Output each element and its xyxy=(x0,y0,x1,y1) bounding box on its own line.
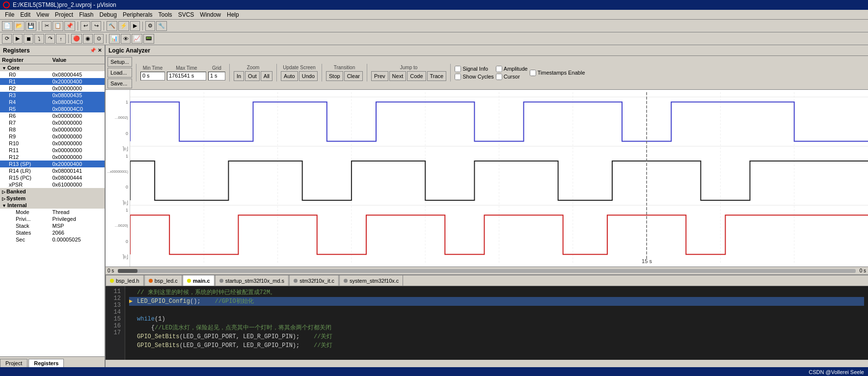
tb-build[interactable]: 🔨 xyxy=(107,21,117,31)
la-clear-btn[interactable]: Clear xyxy=(344,71,363,81)
tb-bp[interactable]: 🔴 xyxy=(71,34,82,44)
tb-watch[interactable]: 👁 xyxy=(121,34,131,44)
internal-section-header[interactable]: ▼Internal xyxy=(0,202,105,209)
menu-item-edit[interactable]: Edit xyxy=(17,11,33,19)
reg-row-xPSR[interactable]: xPSR0x61000000 xyxy=(0,181,105,188)
la-trace-btn[interactable]: Trace xyxy=(427,71,447,81)
sep4 xyxy=(142,22,143,30)
reg-row-R0[interactable]: R00x08000445 xyxy=(0,71,105,78)
menu-item-view[interactable]: View xyxy=(33,11,52,19)
la-undo-btn[interactable]: Undo xyxy=(299,71,318,81)
reg-row-R13--SP-[interactable]: R13 (SP)0x20000400 xyxy=(0,161,105,167)
core-expand-icon[interactable]: ▼ xyxy=(2,66,6,71)
code-tab-startup-stm32f10x-md-s[interactable]: startup_stm32f10x_md.s xyxy=(215,275,289,286)
la-grid-field[interactable]: 1 s xyxy=(208,72,225,81)
la-zoom-in-btn[interactable]: In xyxy=(234,71,244,81)
code-tab-system-stm32f10x-c[interactable]: system_stm32f10x.c xyxy=(339,275,403,286)
tb-memory[interactable]: 📊 xyxy=(109,34,120,44)
tb-run[interactable]: ▶ xyxy=(13,34,23,44)
menu-item-peripherals[interactable]: Peripherals xyxy=(120,11,156,19)
tb-reset[interactable]: ⟳ xyxy=(2,34,12,44)
tb-dbg2[interactable]: ◉ xyxy=(83,34,93,44)
system-section-header[interactable]: ▷System xyxy=(0,195,105,202)
banked-expand-icon[interactable]: ▷ xyxy=(2,189,5,194)
reg-row-R7[interactable]: R70x00000000 xyxy=(0,119,105,126)
show-cycles-checkbox[interactable] xyxy=(455,74,461,80)
tb-new[interactable]: 📄 xyxy=(2,21,13,31)
tb-dbg3[interactable]: ⊙ xyxy=(94,34,104,44)
reg-row-R8[interactable]: R80x00000000 xyxy=(0,126,105,133)
menu-item-tools[interactable]: Tools xyxy=(156,11,175,19)
reg-row-R6[interactable]: R60x00000000 xyxy=(0,112,105,119)
reg-row-R3[interactable]: R30x08000435 xyxy=(0,92,105,99)
menu-item-file[interactable]: File xyxy=(2,11,17,19)
scroll-right-label: 0 s xyxy=(860,268,866,273)
la-prev-btn[interactable]: Prev xyxy=(371,71,388,81)
banked-section-header[interactable]: ▷Banked xyxy=(0,188,105,195)
tb-step-over[interactable]: ↷ xyxy=(45,34,55,44)
la-auto-btn[interactable]: Auto xyxy=(281,71,298,81)
tb-cut[interactable]: ✂ xyxy=(42,21,52,31)
menu-item-project[interactable]: Project xyxy=(52,11,76,19)
la-zoom-out-btn[interactable]: Out xyxy=(245,71,260,81)
tb-step-out[interactable]: ↑ xyxy=(56,34,66,44)
pin-icon[interactable]: 📌 xyxy=(90,48,96,53)
reg-row-R2[interactable]: R20x00000000 xyxy=(0,85,105,92)
reg-row-R10[interactable]: R100x00000000 xyxy=(0,140,105,147)
code-tab-stm32f10x-it-c[interactable]: stm32f10x_it.c xyxy=(289,275,339,286)
tb-build-all[interactable]: ⚡ xyxy=(118,21,129,31)
internal-expand-icon[interactable]: ▼ xyxy=(2,203,6,208)
tb-undo[interactable]: ↩ xyxy=(81,21,90,31)
tb-copy[interactable]: 📋 xyxy=(53,21,63,31)
tb-stop-debug[interactable]: ⏹ xyxy=(24,34,33,44)
reg-row-R5[interactable]: R50x080004C0 xyxy=(0,106,105,112)
reg-row-R14--LR-[interactable]: R14 (LR)0x08000141 xyxy=(0,167,105,174)
tb-open[interactable]: 📂 xyxy=(14,21,25,31)
cursor-checkbox[interactable] xyxy=(496,74,502,80)
code-tab-bsp-led-c[interactable]: bsp_led.c xyxy=(144,275,182,286)
reg-row-R4[interactable]: R40x080004C0 xyxy=(0,99,105,106)
tb-settings[interactable]: 🔧 xyxy=(156,21,167,31)
scroll-track[interactable] xyxy=(118,269,855,273)
scroll-thumb[interactable] xyxy=(118,269,137,273)
tb-debug[interactable]: ▶ xyxy=(130,21,140,31)
tb-save[interactable]: 💾 xyxy=(26,21,36,31)
la-load-btn[interactable]: Load... xyxy=(108,68,132,78)
tb-paste[interactable]: 📌 xyxy=(64,21,75,31)
la-zoom-all-btn[interactable]: All xyxy=(261,71,272,81)
reg-row-R12[interactable]: R120x00000000 xyxy=(0,154,105,161)
tb-serial[interactable]: 📟 xyxy=(143,34,154,44)
close-icon[interactable]: ✕ xyxy=(98,48,102,53)
menu-item-help[interactable]: Help xyxy=(224,11,242,19)
waveform-scrollbar[interactable]: 0 s 0 s xyxy=(106,267,868,274)
la-stop-btn[interactable]: Stop xyxy=(326,71,343,81)
registers-tab[interactable]: Registers xyxy=(28,359,64,367)
code-tab-bsp-led-h[interactable]: bsp_led.h xyxy=(106,275,144,286)
reg-row-R11[interactable]: R110x00000000 xyxy=(0,147,105,154)
amplitude-checkbox[interactable] xyxy=(496,66,502,72)
la-setup-btn[interactable]: Setup... xyxy=(108,57,132,67)
core-section-header[interactable]: ▼Core xyxy=(0,64,105,71)
code-tab-main-c[interactable]: main.c xyxy=(183,275,215,286)
reg-row-R9[interactable]: R90x00000000 xyxy=(0,133,105,140)
la-save-btn[interactable]: Save... xyxy=(108,79,132,88)
timestamps-checkbox[interactable] xyxy=(530,70,536,76)
reg-row-R15--PC-[interactable]: R15 (PC)0x08000444 xyxy=(0,174,105,181)
la-maxtime-label: Max Time xyxy=(176,65,197,71)
reg-row-R1[interactable]: R10x20000400 xyxy=(0,78,105,85)
system-expand-icon[interactable]: ▷ xyxy=(2,196,5,201)
signal-info-checkbox[interactable] xyxy=(455,66,461,72)
tb-target-opts[interactable]: ⚙ xyxy=(145,21,155,31)
la-maxtime-field[interactable]: 1761541 s xyxy=(167,72,206,81)
menu-item-window[interactable]: Window xyxy=(197,11,224,19)
la-next-btn[interactable]: Next xyxy=(389,71,407,81)
project-tab[interactable]: Project xyxy=(0,359,27,367)
tb-step[interactable]: ⤵ xyxy=(34,34,44,44)
tb-logic[interactable]: 📈 xyxy=(132,34,142,44)
menu-item-flash[interactable]: Flash xyxy=(76,11,96,19)
tb-redo[interactable]: ↪ xyxy=(91,21,101,31)
menu-item-svcs[interactable]: SVCS xyxy=(175,11,197,19)
la-mintime-field[interactable]: 0 s xyxy=(140,72,165,81)
la-code-btn[interactable]: Code xyxy=(407,71,426,81)
menu-item-debug[interactable]: Debug xyxy=(97,11,120,19)
